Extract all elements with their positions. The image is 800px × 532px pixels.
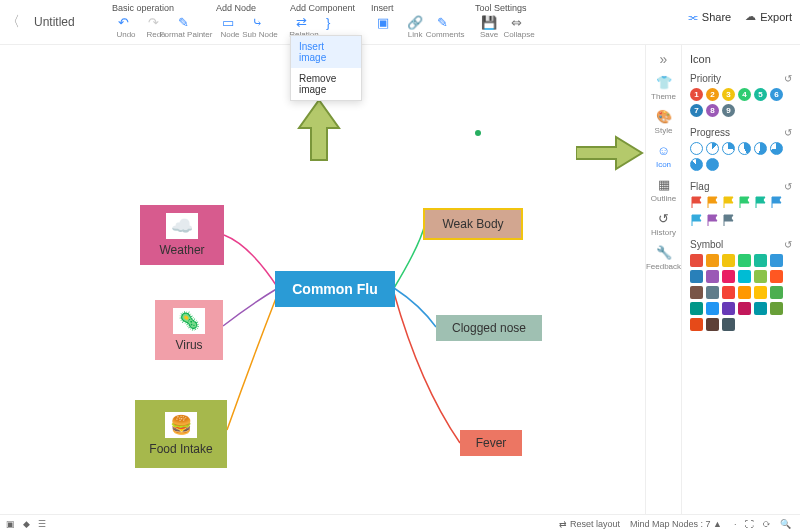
statusbar-icon[interactable]: ◆ <box>23 519 30 529</box>
right-tab-icon[interactable]: ☺Icon <box>649 139 679 173</box>
node-fever[interactable]: Fever <box>460 430 522 456</box>
node-virus[interactable]: 🦠Virus <box>155 300 223 360</box>
right-tab-history[interactable]: ↺History <box>649 207 679 241</box>
toolbar-save-button[interactable]: 💾Save <box>475 15 503 39</box>
flag-swatch[interactable] <box>706 214 719 229</box>
priority-swatch[interactable]: 8 <box>706 104 719 117</box>
priority-swatch[interactable]: 9 <box>722 104 735 117</box>
node-food[interactable]: 🍔Food Intake <box>135 400 227 468</box>
symbol-swatch[interactable] <box>738 254 751 267</box>
symbol-swatch[interactable] <box>706 318 719 331</box>
node-weak[interactable]: Weak Body <box>425 210 521 238</box>
priority-swatch[interactable]: 4 <box>738 88 751 101</box>
symbol-swatch[interactable] <box>722 302 735 315</box>
toolbar-group-label: Tool Settings <box>475 3 533 13</box>
flag-swatch[interactable] <box>738 196 751 211</box>
symbol-swatch[interactable] <box>738 286 751 299</box>
node-clogged[interactable]: Clogged nose <box>436 315 542 341</box>
right-tab-outline[interactable]: ▦Outline <box>649 173 679 207</box>
priority-swatch[interactable]: 3 <box>722 88 735 101</box>
sub-node-icon: ⤷ <box>252 15 268 29</box>
priority-swatch[interactable]: 5 <box>754 88 767 101</box>
symbol-swatch[interactable] <box>770 302 783 315</box>
symbol-swatch[interactable] <box>690 286 703 299</box>
node-center[interactable]: Common Flu <box>275 271 395 307</box>
zoom-controls[interactable]: · ⛶ ⟳ 🔍 <box>734 519 794 529</box>
flag-swatch[interactable] <box>690 214 703 229</box>
priority-swatch[interactable]: 6 <box>770 88 783 101</box>
priority-swatch[interactable]: 2 <box>706 88 719 101</box>
symbol-swatch[interactable] <box>770 286 783 299</box>
node-weather[interactable]: ☁️Weather <box>140 205 224 265</box>
progress-swatch[interactable] <box>690 142 703 155</box>
symbol-swatch[interactable] <box>722 254 735 267</box>
share-button[interactable]: ⫘Share <box>687 11 731 23</box>
symbol-swatch[interactable] <box>754 286 767 299</box>
progress-swatch[interactable] <box>690 158 703 171</box>
progress-swatch[interactable] <box>706 158 719 171</box>
toolbar-node-button[interactable]: ▭Node <box>216 15 244 39</box>
share-area: ⫘Share ☁Export <box>687 10 792 23</box>
priority-swatch[interactable]: 1 <box>690 88 703 101</box>
symbol-swatch[interactable] <box>690 254 703 267</box>
priority-swatch[interactable]: 7 <box>690 104 703 117</box>
symbol-swatch[interactable] <box>770 270 783 283</box>
symbol-swatch[interactable] <box>706 286 719 299</box>
undo-icon[interactable]: ↺ <box>784 181 792 192</box>
symbol-swatch[interactable] <box>690 302 703 315</box>
symbol-swatch[interactable] <box>722 286 735 299</box>
flag-swatch[interactable] <box>754 196 767 211</box>
toolbar-collapse-button[interactable]: ⇔Collapse <box>505 15 533 39</box>
progress-swatch[interactable] <box>706 142 719 155</box>
right-tab-style[interactable]: 🎨Style <box>649 105 679 139</box>
back-button[interactable]: 〈 <box>0 0 26 44</box>
export-button[interactable]: ☁Export <box>745 10 792 23</box>
right-tab-feedback[interactable]: 🔧Feedback <box>649 241 679 275</box>
flag-swatch[interactable] <box>690 196 703 211</box>
toolbar-group: Basic operation↶Undo↷Redo✎Format Painter <box>104 0 208 44</box>
symbol-swatch[interactable] <box>690 318 703 331</box>
toolbar-sub-node-button[interactable]: ⤷Sub Node <box>246 15 274 39</box>
undo-icon[interactable]: ↺ <box>784 239 792 250</box>
symbol-swatch[interactable] <box>738 302 751 315</box>
flag-swatch[interactable] <box>770 196 783 211</box>
flag-swatch[interactable] <box>722 196 735 211</box>
symbol-swatch[interactable] <box>706 302 719 315</box>
progress-swatch[interactable] <box>770 142 783 155</box>
progress-swatch[interactable] <box>722 142 735 155</box>
progress-swatch[interactable] <box>738 142 751 155</box>
document-name[interactable]: Untitled <box>26 0 104 44</box>
toolbar-insert-image-button[interactable]: ▣ <box>371 15 399 39</box>
toolbar-undo-button[interactable]: ↶Undo <box>112 15 140 39</box>
comments-icon: ✎ <box>437 15 453 29</box>
symbol-swatch[interactable] <box>754 302 767 315</box>
symbol-swatch[interactable] <box>738 270 751 283</box>
undo-icon: ↶ <box>118 15 134 29</box>
symbol-swatch[interactable] <box>706 254 719 267</box>
relation-icon: ⇄ <box>296 15 312 29</box>
flag-swatch[interactable] <box>706 196 719 211</box>
symbol-swatch[interactable] <box>754 270 767 283</box>
toolbar-format-painter-button[interactable]: ✎Format Painter <box>172 15 200 39</box>
collapse-right-icon[interactable]: » <box>660 51 668 69</box>
symbol-swatch[interactable] <box>690 270 703 283</box>
mindmap-canvas[interactable]: Common Flu ☁️Weather🦠Virus🍔Food IntakeWe… <box>0 45 645 514</box>
symbol-swatch[interactable] <box>722 318 735 331</box>
dropdown-item-remove-image[interactable]: Remove image <box>291 68 361 100</box>
undo-icon[interactable]: ↺ <box>784 73 792 84</box>
symbol-swatch[interactable] <box>706 270 719 283</box>
symbol-swatch[interactable] <box>722 270 735 283</box>
right-tab-theme[interactable]: 👕Theme <box>649 71 679 105</box>
symbol-swatch[interactable] <box>754 254 767 267</box>
symbol-swatch[interactable] <box>770 254 783 267</box>
statusbar-icon[interactable]: ☰ <box>38 519 46 529</box>
dropdown-item-insert-image[interactable]: Insert image <box>291 36 361 68</box>
flag-swatch[interactable] <box>722 214 735 229</box>
toolbar-group: Add Node▭Node⤷Sub Node <box>208 0 282 44</box>
statusbar-icon[interactable]: ▣ <box>6 519 15 529</box>
undo-icon[interactable]: ↺ <box>784 127 792 138</box>
progress-swatch[interactable] <box>754 142 767 155</box>
weather-image: ☁️ <box>166 213 198 239</box>
toolbar-comments-button[interactable]: ✎Comments <box>431 15 459 39</box>
reset-layout-button[interactable]: ⇄ Reset layout <box>559 519 620 529</box>
